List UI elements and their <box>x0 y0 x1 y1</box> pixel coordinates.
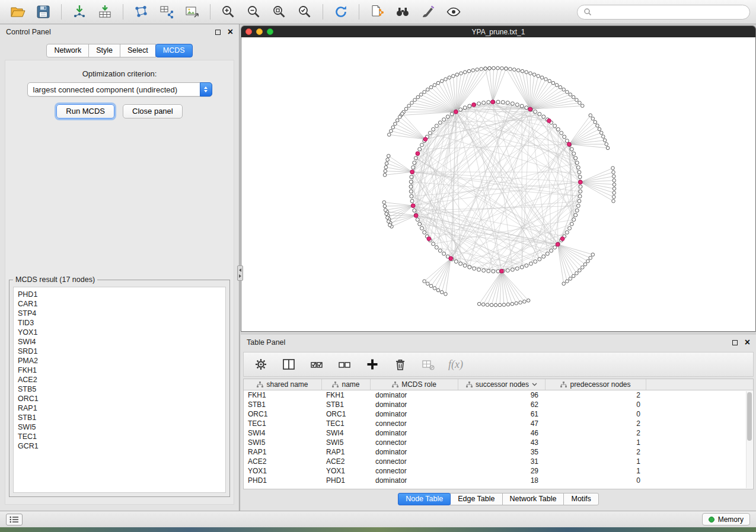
optimization-criterion-select[interactable]: largest connected component (undirected) <box>27 82 212 97</box>
mcds-result-item[interactable]: FKH1 <box>18 366 225 375</box>
mcds-result-item[interactable]: GCR1 <box>18 441 225 451</box>
mcds-result-item[interactable]: STB5 <box>18 384 225 394</box>
memory-button[interactable]: Memory <box>702 513 750 525</box>
network-canvas[interactable] <box>241 37 755 331</box>
table-cell: RAP1 <box>322 448 371 456</box>
table-row[interactable]: TEC1TEC1connector472 <box>244 419 753 428</box>
tab-mcds[interactable]: MCDS <box>155 44 193 57</box>
save-button[interactable] <box>31 2 55 22</box>
table-row[interactable]: ACE2ACE2connector311 <box>244 457 753 466</box>
close-window-icon[interactable] <box>245 28 252 35</box>
mcds-result-item[interactable]: SWI5 <box>18 422 225 432</box>
zoom-selected-button[interactable] <box>293 2 317 22</box>
show-hide-button[interactable] <box>442 2 465 22</box>
table-row[interactable]: RAP1RAP1dominator352 <box>244 447 753 457</box>
import-network-db-button[interactable] <box>155 2 178 22</box>
close-panel-icon[interactable]: × <box>228 29 233 35</box>
memory-status-icon <box>709 517 714 523</box>
table-row[interactable]: YOX1YOX1connector291 <box>244 466 753 476</box>
zoom-out-button[interactable] <box>242 2 266 22</box>
optimization-criterion-value: largest connected component (undirected) <box>33 85 178 94</box>
table-cell: 1 <box>546 457 646 466</box>
new-network-button[interactable] <box>129 2 153 22</box>
mcds-result-item[interactable]: STP4 <box>18 309 225 318</box>
float-window-icon[interactable] <box>215 30 221 35</box>
apply-style-button[interactable] <box>416 2 440 22</box>
column-header-shared-name[interactable]: shared name <box>244 379 322 390</box>
search-field[interactable] <box>577 5 750 20</box>
column-label: shared name <box>266 380 308 389</box>
column-header-name[interactable]: name <box>322 379 371 390</box>
mcds-result-item[interactable]: CAR1 <box>18 299 225 309</box>
mcds-result-item[interactable]: YOX1 <box>18 328 225 337</box>
mcds-result-item[interactable]: ACE2 <box>18 375 225 384</box>
table-cell: 96 <box>458 391 546 399</box>
table-cell: connector <box>371 467 458 475</box>
tab-node-table[interactable]: Node Table <box>398 493 451 505</box>
float-window-icon[interactable] <box>732 340 738 345</box>
mcds-result-item[interactable]: PHD1 <box>18 290 225 299</box>
table-cell: dominator <box>371 410 458 418</box>
mcds-result-list[interactable]: PHD1CAR1STP4TID3YOX1SWI4SRD1PMA2FKH1ACE2… <box>13 287 226 493</box>
zoom-fit-button[interactable] <box>267 2 291 22</box>
table-cell: connector <box>371 457 458 466</box>
select-all-button[interactable] <box>309 357 324 372</box>
mcds-result-item[interactable]: ORC1 <box>18 394 225 403</box>
tab-style[interactable]: Style <box>88 44 120 57</box>
mcds-result-item[interactable]: SWI4 <box>18 337 225 347</box>
table-cell: ORC1 <box>322 410 371 418</box>
table-row[interactable]: ORC1ORC1dominator610 <box>244 409 753 419</box>
table-row[interactable]: FKH1FKH1dominator962 <box>244 390 753 400</box>
import-table-file-button[interactable] <box>93 2 117 22</box>
mcds-result-item[interactable]: SRD1 <box>18 347 225 356</box>
delete-row-button[interactable] <box>393 357 408 372</box>
toolbar-separator <box>323 4 323 20</box>
column-header-successor-nodes[interactable]: successor nodes <box>458 379 546 390</box>
import-network-file-button[interactable] <box>68 2 91 22</box>
table-cell: dominator <box>371 391 458 399</box>
show-columns-button[interactable] <box>281 357 296 372</box>
network-graph[interactable] <box>241 37 755 331</box>
table-cell: FKH1 <box>322 391 371 399</box>
column-header-predecessor-nodes[interactable]: predecessor nodes <box>546 379 646 390</box>
search-input[interactable] <box>595 8 744 16</box>
table-row[interactable]: SWI5SWI5connector431 <box>244 438 753 447</box>
export-image-button[interactable] <box>180 2 204 22</box>
table-row[interactable]: PHD1PHD1dominator180 <box>244 476 753 485</box>
maximize-window-icon[interactable] <box>267 28 273 35</box>
panel-splitter-handle[interactable] <box>237 265 243 281</box>
column-label: name <box>342 380 359 389</box>
table-cell: YOX1 <box>322 467 371 475</box>
close-panel-button[interactable]: Close panel <box>123 104 183 118</box>
table-cell: 46 <box>458 429 546 437</box>
mcds-result-item[interactable]: PMA2 <box>18 356 225 366</box>
mcds-result-item[interactable]: TEC1 <box>18 432 225 441</box>
unselect-all-button[interactable] <box>337 357 352 372</box>
close-panel-icon[interactable]: × <box>745 339 750 345</box>
table-scrollbar[interactable] <box>746 391 752 488</box>
table-row[interactable]: SWI4SWI4dominator462 <box>244 428 753 438</box>
tab-network-table[interactable]: Network Table <box>502 493 564 505</box>
open-file-button[interactable] <box>6 2 30 22</box>
layout-refresh-button[interactable] <box>329 2 353 22</box>
add-row-button[interactable] <box>365 357 380 372</box>
table-settings-button[interactable] <box>253 357 269 372</box>
run-mcds-button[interactable]: Run MCDS <box>56 104 114 118</box>
tab-select[interactable]: Select <box>120 44 156 57</box>
table-row[interactable]: STB1STB1dominator620 <box>244 400 753 409</box>
scrollbar-thumb[interactable] <box>747 392 752 441</box>
column-header-MCDS-role[interactable]: MCDS role <box>371 379 458 390</box>
tab-network[interactable]: Network <box>46 44 89 57</box>
zoom-in-button[interactable] <box>216 2 240 22</box>
mcds-result-item[interactable]: TID3 <box>18 318 225 328</box>
share-document-button[interactable] <box>365 2 389 22</box>
tab-edge-table[interactable]: Edge Table <box>450 493 502 505</box>
task-history-button[interactable] <box>6 514 23 525</box>
desktop-background <box>0 527 756 532</box>
apply-style-icon <box>420 4 436 20</box>
tab-motifs[interactable]: Motifs <box>563 493 598 505</box>
find-button[interactable] <box>391 2 414 22</box>
mcds-result-item[interactable]: STB1 <box>18 413 225 422</box>
minimize-window-icon[interactable] <box>256 28 263 35</box>
mcds-result-item[interactable]: RAP1 <box>18 403 225 413</box>
